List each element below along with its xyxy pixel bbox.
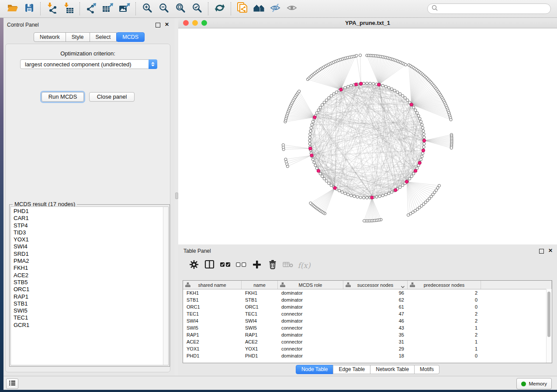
float-window-icon[interactable] bbox=[539, 249, 544, 254]
table-row[interactable]: PHD1PHD1dominator180 bbox=[183, 352, 552, 359]
table-cell: YOX1 bbox=[183, 345, 242, 352]
toolbar-separator bbox=[208, 2, 209, 15]
column-header-predecessor-nodes[interactable]: predecessor nodes bbox=[408, 281, 481, 289]
table-cell-filler bbox=[481, 331, 552, 338]
import-network-button[interactable] bbox=[44, 1, 60, 16]
table-cell: SWI4 bbox=[183, 317, 242, 324]
column-header-successor-nodes[interactable]: successor nodes bbox=[343, 281, 408, 289]
search-field[interactable] bbox=[427, 3, 551, 14]
mcds-result-item[interactable]: STP4 bbox=[11, 222, 163, 229]
show-panel-list-button[interactable] bbox=[6, 378, 18, 389]
mcds-list-scrollbar[interactable] bbox=[163, 207, 168, 365]
mcds-result-item[interactable]: PHD1 bbox=[11, 208, 163, 215]
search-input[interactable] bbox=[438, 5, 540, 12]
zoom-fit-button[interactable] bbox=[172, 1, 189, 16]
table-scrollbar-thumb[interactable] bbox=[547, 292, 550, 337]
column-header-MCDS-role[interactable]: MCDS role bbox=[278, 281, 343, 289]
splitter-grip[interactable] bbox=[175, 193, 178, 199]
save-session-button[interactable] bbox=[21, 1, 38, 16]
mcds-result-item[interactable]: SRD1 bbox=[11, 251, 163, 258]
mcds-result-item[interactable]: RAP1 bbox=[11, 293, 163, 300]
mcds-result-item[interactable]: ORC1 bbox=[11, 286, 163, 293]
tab-network-table[interactable]: Network Table bbox=[370, 365, 415, 374]
mcds-result-item[interactable]: FKH1 bbox=[11, 265, 163, 272]
mcds-result-item[interactable]: STB5 bbox=[11, 279, 163, 286]
float-window-icon[interactable] bbox=[156, 23, 160, 28]
table-cell: 0 bbox=[408, 296, 481, 303]
table-row[interactable]: YOX1YOX1connector291 bbox=[183, 345, 552, 352]
delete-column-button[interactable] bbox=[265, 259, 280, 272]
hide-selected-button[interactable] bbox=[267, 1, 284, 16]
node-table[interactable]: shared namenameMCDS rolesuccessor nodesp… bbox=[183, 280, 552, 363]
table-scrollbar[interactable] bbox=[546, 289, 552, 363]
duplicate-network-button[interactable] bbox=[234, 1, 251, 16]
mcds-result-item[interactable]: SWI4 bbox=[11, 243, 163, 250]
mcds-result-item[interactable]: TEC1 bbox=[11, 314, 163, 321]
table-settings-button[interactable] bbox=[186, 259, 202, 272]
gear-icon bbox=[189, 260, 199, 271]
mcds-result-item[interactable]: SWI5 bbox=[11, 307, 163, 314]
show-columns-button[interactable] bbox=[202, 259, 218, 272]
table-cell: connector bbox=[278, 310, 343, 317]
table-row[interactable]: SWI4SWI4dominator462 bbox=[183, 317, 552, 324]
mcds-result-item[interactable]: PMA2 bbox=[11, 258, 163, 265]
table-row[interactable]: SWI5SWI5connector431 bbox=[183, 324, 552, 331]
show-all-button[interactable] bbox=[284, 1, 301, 16]
zoom-in-button[interactable] bbox=[139, 1, 156, 16]
column-header-shared-name[interactable]: shared name bbox=[183, 281, 242, 289]
select-all-button[interactable] bbox=[218, 259, 233, 272]
apply-layout-button[interactable] bbox=[211, 1, 228, 16]
close-panel-button[interactable]: Close panel bbox=[89, 92, 135, 102]
mcds-result-item[interactable]: YOX1 bbox=[11, 236, 163, 243]
run-mcds-button[interactable]: Run MCDS bbox=[42, 92, 84, 102]
tab-select[interactable]: Select bbox=[90, 32, 117, 42]
close-panel-icon[interactable]: ✕ bbox=[548, 248, 553, 254]
table-row[interactable]: STB1STB1dominator620 bbox=[183, 296, 552, 303]
table-cell-filler bbox=[481, 303, 552, 310]
table-row[interactable]: FKH1FKH1dominator962 bbox=[183, 289, 552, 296]
mcds-result-item[interactable]: CAR1 bbox=[11, 215, 163, 222]
zoom-selected-button[interactable] bbox=[189, 1, 205, 16]
table-cell: dominator bbox=[278, 352, 343, 359]
export-image-button[interactable] bbox=[116, 1, 133, 16]
first-neighbors-button[interactable] bbox=[251, 1, 267, 16]
open-session-button[interactable] bbox=[4, 1, 21, 16]
node-table-header: shared namenameMCDS rolesuccessor nodesp… bbox=[183, 281, 552, 289]
mcds-result-item[interactable]: ACE2 bbox=[11, 272, 163, 279]
tab-edge-table[interactable]: Edge Table bbox=[333, 365, 370, 374]
import-table-button[interactable] bbox=[60, 1, 77, 16]
close-panel-icon[interactable]: ✕ bbox=[165, 21, 169, 28]
create-column-button[interactable] bbox=[249, 259, 265, 272]
table-cell: dominator bbox=[278, 317, 343, 324]
table-row[interactable]: ORC1ORC1dominator610 bbox=[183, 303, 552, 310]
deselect-all-button[interactable] bbox=[233, 259, 249, 272]
tab-mcds[interactable]: MCDS bbox=[116, 32, 145, 42]
table-cell: 2 bbox=[408, 289, 481, 296]
tab-network[interactable]: Network bbox=[34, 32, 66, 42]
table-cell: STB1 bbox=[183, 296, 242, 303]
table-row[interactable]: TEC1TEC1connector472 bbox=[183, 310, 552, 317]
mcds-result-item[interactable]: GCR1 bbox=[11, 322, 163, 329]
export-network-button[interactable] bbox=[83, 1, 100, 16]
zoom-out-button[interactable] bbox=[156, 1, 172, 16]
tab-motifs[interactable]: Motifs bbox=[414, 365, 439, 374]
export-network-icon bbox=[86, 2, 97, 15]
memory-button[interactable]: Memory bbox=[516, 378, 552, 389]
optimization-criterion-select[interactable]: largest connected component (undirected) bbox=[20, 59, 157, 69]
toolbar-separator bbox=[231, 2, 232, 15]
memory-status-icon bbox=[521, 382, 526, 386]
table-cell: connector bbox=[278, 345, 343, 352]
tab-node-table[interactable]: Node Table bbox=[296, 365, 334, 374]
table-row[interactable]: RAP1RAP1dominator352 bbox=[183, 331, 552, 338]
table-cell: 0 bbox=[408, 303, 481, 310]
column-header-name[interactable]: name bbox=[242, 281, 278, 289]
tab-style[interactable]: Style bbox=[66, 32, 90, 42]
mcds-result-item[interactable]: TID3 bbox=[11, 229, 163, 236]
export-table-button[interactable] bbox=[100, 1, 116, 16]
table-cell: STB1 bbox=[242, 296, 278, 303]
mcds-result-list[interactable]: PHD1CAR1STP4TID3YOX1SWI4SRD1PMA2FKH1ACE2… bbox=[10, 206, 169, 365]
table-row[interactable]: ACE2ACE2connector311 bbox=[183, 338, 552, 345]
eye-icon bbox=[287, 3, 298, 15]
mcds-result-item[interactable]: STB1 bbox=[11, 300, 163, 307]
network-canvas[interactable] bbox=[178, 28, 557, 245]
